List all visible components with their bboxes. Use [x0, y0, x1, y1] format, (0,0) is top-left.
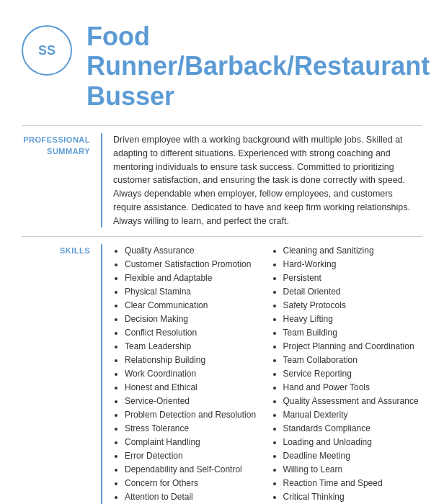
skill-item: Loading and Unloading — [283, 436, 423, 449]
skill-item: Error Detection — [125, 449, 265, 462]
skill-item: Service-Oriented — [125, 395, 265, 408]
skills-vertical-divider — [101, 244, 102, 504]
skill-item: Manual Dexterity — [283, 408, 423, 421]
skill-item: Willing to Learn — [283, 463, 423, 476]
professional-summary-text: Driven employee with a working backgroun… — [113, 133, 422, 228]
skill-item: Dependability and Self-Control — [125, 463, 265, 476]
skill-item: Clear Communication — [125, 299, 265, 312]
skill-item: Team Leadership — [125, 340, 265, 353]
skill-item: Work Coordination — [125, 367, 265, 380]
skill-item: Critical Thinking — [283, 490, 423, 503]
skills-left-list: Quality AssuranceCustomer Satisfaction P… — [113, 244, 265, 504]
skill-item: Hard-Working — [283, 258, 423, 271]
skill-item: Quality Assessment and Assurance — [283, 395, 423, 408]
skill-item: Stress Tolerance — [125, 422, 265, 435]
skills-section: SKILLS Quality AssuranceCustomer Satisfa… — [22, 244, 422, 504]
skill-item: Heavy Lifting — [283, 312, 423, 325]
professional-summary-label: PROFESSIONAL SUMMARY — [22, 133, 101, 157]
header: SS Food Runner/Barback/Restaurant Busser — [22, 22, 422, 111]
skill-item: Flexible and Adaptable — [125, 271, 265, 284]
skill-item: Relationship Building — [125, 354, 265, 366]
professional-summary-section: PROFESSIONAL SUMMARY Driven employee wit… — [22, 133, 422, 228]
skills-left-column: Quality AssuranceCustomer Satisfaction P… — [113, 244, 265, 504]
summary-divider — [22, 236, 422, 237]
skill-item: Quality Assurance — [125, 244, 265, 257]
skill-item: Team Building — [283, 326, 423, 339]
skills-columns: Quality AssuranceCustomer Satisfaction P… — [113, 244, 422, 504]
skill-item: Team Collaboration — [283, 354, 423, 366]
resume-page: SS Food Runner/Barback/Restaurant Busser… — [0, 0, 444, 504]
skill-item: Conflict Resolution — [125, 326, 265, 339]
header-title: Food Runner/Barback/Restaurant Busser — [86, 22, 430, 111]
skill-item: Customer Satisfaction Promotion — [125, 258, 265, 271]
avatar: SS — [22, 25, 72, 76]
skill-item: Project Planning and Coordination — [283, 340, 423, 353]
skills-label: SKILLS — [22, 244, 101, 256]
job-title: Food Runner/Barback/Restaurant Busser — [86, 22, 430, 111]
skills-right-list: Cleaning and SanitizingHard-WorkingPersi… — [272, 244, 423, 503]
header-divider — [22, 125, 422, 126]
skill-item: Concern for Others — [125, 477, 265, 490]
skills-right-column: Cleaning and SanitizingHard-WorkingPersi… — [272, 244, 423, 504]
skill-item: Cleaning and Sanitizing — [283, 244, 423, 257]
skill-item: Attention to Detail — [125, 490, 265, 503]
summary-vertical-divider — [101, 133, 102, 228]
skill-item: Decision Making — [125, 312, 265, 325]
skill-item: Hand and Power Tools — [283, 381, 423, 394]
avatar-initials: SS — [38, 43, 56, 58]
skill-item: Reaction Time and Speed — [283, 477, 423, 490]
skill-item: Problem Detection and Resolution — [125, 408, 265, 421]
skill-item: Physical Stamina — [125, 285, 265, 298]
skills-content: Quality AssuranceCustomer Satisfaction P… — [113, 244, 422, 504]
skill-item: Safety Protocols — [283, 299, 423, 312]
skill-item: Service Reporting — [283, 367, 423, 380]
skill-item: Honest and Ethical — [125, 381, 265, 394]
skill-item: Deadline Meeting — [283, 449, 423, 462]
skill-item: Detail Oriented — [283, 285, 423, 298]
skill-item: Complaint Handling — [125, 436, 265, 449]
skill-item: Standards Compliance — [283, 422, 423, 435]
skill-item: Persistent — [283, 271, 423, 284]
